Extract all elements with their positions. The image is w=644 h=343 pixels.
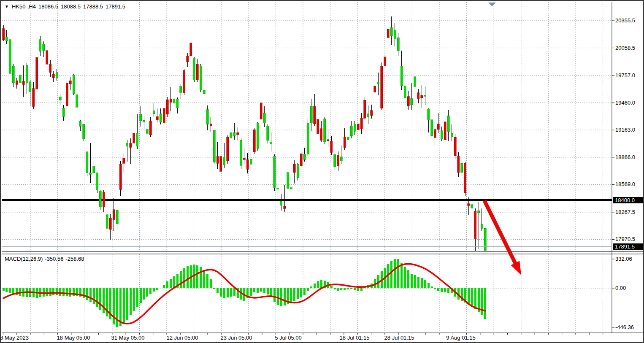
scroll-anchor-icon xyxy=(488,3,496,6)
time-axis-label: 23 Jun 05:00 xyxy=(213,335,260,341)
indicator-name: MACD(12,26,9) xyxy=(5,256,43,262)
price-badge-resistance: 18400.0 xyxy=(613,197,644,203)
time-axis-label: 31 May 05:00 xyxy=(105,335,151,341)
chart-window: ▼HK50-,H418086.518088.517888.517891.5 MA… xyxy=(0,0,644,343)
time-axis-label: 12 Jun 05:00 xyxy=(159,335,206,341)
price-axis-label: 19163.0 xyxy=(615,127,635,133)
ohlc-close: 17891.5 xyxy=(106,3,125,10)
time-axis-label: 28 Jul 01:15 xyxy=(376,335,422,341)
macd-axis-label: 0.00 xyxy=(615,285,626,291)
price-axis-label: 20355.5 xyxy=(615,17,635,24)
symbol-dropdown-icon[interactable]: ▼ xyxy=(5,3,9,10)
ohlc-high: 18088.5 xyxy=(61,3,81,10)
price-axis-label: 18866.0 xyxy=(615,154,635,160)
indicator-macd-value: -350.56 xyxy=(45,256,63,262)
price-axis-label: 20058.5 xyxy=(615,45,635,51)
price-axis-label: 19757.0 xyxy=(615,72,635,78)
ohlc-open: 18086.5 xyxy=(38,3,58,10)
price-axis-label: 18267.5 xyxy=(615,209,635,215)
macd-axis-label: -446.36 xyxy=(615,324,634,330)
macd-axis-label: 332.06 xyxy=(615,256,632,262)
indicator-label: MACD(12,26,9)-350.56-258.68 xyxy=(5,256,87,262)
time-axis-label: 18 Jul 01:15 xyxy=(331,335,378,341)
price-badge-last-price: 17891.5 xyxy=(613,243,644,250)
time-axis-label: 9 Aug 01:15 xyxy=(438,335,484,341)
price-axis-label: 18569.0 xyxy=(615,181,635,187)
time-axis-label: 5 Jul 05:00 xyxy=(265,335,311,341)
time-axis-label: 8 May 2023 xyxy=(0,335,38,341)
symbol-name: HK50-,H4 xyxy=(12,3,36,10)
price-axis-label: 17970.5 xyxy=(615,236,635,242)
price-axis-label: 19460.0 xyxy=(615,100,635,106)
time-axis-label: 18 May 05:00 xyxy=(50,335,97,341)
symbol-title: ▼HK50-,H418086.518088.517888.517891.5 xyxy=(5,3,128,10)
ohlc-low: 17888.5 xyxy=(83,3,103,10)
candlestick-chart[interactable] xyxy=(1,1,644,343)
indicator-signal-value: -258.68 xyxy=(65,256,84,262)
